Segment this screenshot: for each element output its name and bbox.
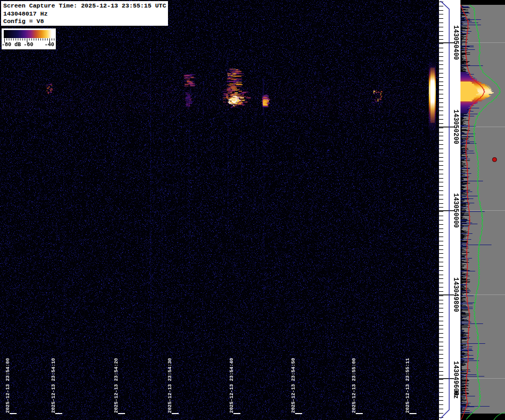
- time-axis-label: 2025-12-13 23:55:00: [352, 358, 357, 413]
- frequency-axis-label: 143049600: [452, 361, 459, 396]
- marker-dot: [492, 157, 497, 162]
- time-axis-label: 2025-12-13 23:54:50: [291, 358, 296, 413]
- frequency-axis-label: 143050000: [452, 193, 459, 228]
- time-axis-label: 2025-12-13 23:54:40: [229, 358, 235, 413]
- capture-time-text: Screen Capture Time: 2025-12-13 23:55:15…: [3, 2, 168, 10]
- frequency-axis-label: 143050200: [452, 109, 459, 144]
- config-text: Config = V8: [3, 18, 168, 26]
- frequency-axis-label: 143050400: [452, 25, 459, 60]
- center-frequency-text: 143048017 Hz: [3, 10, 168, 18]
- colorbar-label: -40: [45, 42, 54, 48]
- colorbar-label: -60: [24, 42, 33, 48]
- frequency-axis-label: 143049800: [452, 277, 459, 312]
- spectrogram-screen: Screen Capture Time: 2025-12-13 23:55:15…: [0, 0, 505, 420]
- time-axis-label: 2025-12-13 23:54:00: [5, 358, 11, 413]
- time-axis-label: 2025-12-13 23:54:10: [51, 358, 56, 413]
- frequency-axis-unit: Hz: [452, 391, 459, 399]
- colorbar-label: -80 dB: [2, 42, 21, 48]
- time-axis-label: 2025-12-13 23:55:11: [405, 358, 411, 413]
- time-axis-label: 2025-12-13 23:54:20: [114, 358, 119, 413]
- capture-info-panel: Screen Capture Time: 2025-12-13 23:55:15…: [1, 1, 168, 26]
- time-axis-label: 2025-12-13 23:54:30: [167, 358, 173, 413]
- waterfall-spectrum-canvas: [0, 0, 505, 420]
